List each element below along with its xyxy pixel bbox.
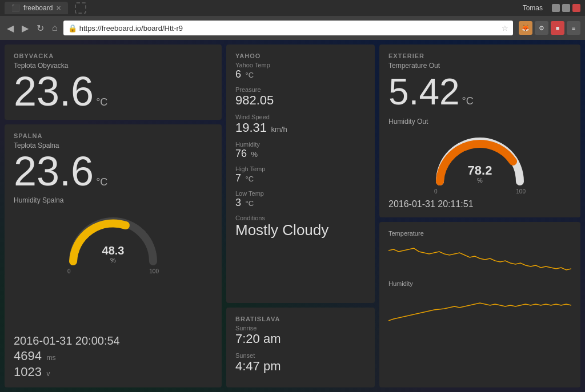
humidity-chart-section: Humidity [388,280,571,326]
yahoo-humidity-label: Humidity [235,141,366,148]
exterier-gauge-labels: 0 100 [434,188,526,195]
url-text: https://freeboard.io/board/Htt-r9 [79,24,183,33]
humidity-chart [388,289,571,324]
bratislava-sunset-row: Sunset 4:47 pm [235,352,366,374]
svg-text:48.3: 48.3 [102,244,125,257]
spalna-bottom-values: 2016-01-31 20:00:54 4694 ms 1023 v [14,334,213,379]
yahoo-temp-unit: °C [245,71,254,79]
spalna-gauge-labels: 0 100 [67,268,159,274]
exterier-unit: °C [462,95,474,107]
browser-titlebar: ⬛ freeboard ✕ Tomas [0,0,585,16]
bratislava-sunset-label: Sunset [235,352,366,359]
yahoo-temp-label: Yahoo Temp [235,62,366,68]
yahoo-low-temp-row: Low Temp 3 °C [235,190,366,209]
exterier-datetime: 2016-01-31 20:11:51 [388,199,571,209]
yahoo-wind-label: Wind Speed [235,114,366,120]
yahoo-conditions-value: Mostly Cloudy [235,221,366,239]
exterier-gauge: 78.2 % [428,130,531,187]
address-bar[interactable]: 🔒 https://freeboard.io/board/Htt-r9 ☆ [63,21,513,35]
panel-yahoo: YAHOO Yahoo Temp 6 °C Preasure 982.05 Wi… [226,45,375,303]
tab-close-btn[interactable]: ✕ [56,5,61,12]
spalna-voltage: 1023 v [14,365,213,379]
forward-btn[interactable]: ▶ [19,22,31,35]
yahoo-pressure-value: 982.05 [235,93,274,107]
yahoo-title: YAHOO [235,52,366,59]
panel-exterier: EXTERIER Temperature Out 5.42 °C Humidit… [379,45,580,217]
back-btn[interactable]: ◀ [5,22,16,35]
ext-gauge-min: 0 [434,188,438,195]
ext-gauge-max: 100 [516,188,526,195]
yahoo-temp-value: 6 [235,68,241,80]
browser-extension-icons: 🦊 ⚙ ■ ≡ [519,21,580,35]
spalna-gauge-container: 48.3 % 0 100 [14,210,213,274]
window-controls [552,4,580,12]
temperature-chart [388,239,571,273]
yahoo-conditions-label: Conditions [235,215,366,221]
gauge-min-label: 0 [67,268,71,274]
yahoo-humidity-row: Humidity 76 % [235,141,366,160]
obyvacka-unit: °C [96,96,107,108]
bratislava-sunset-value: 4:47 pm [235,359,281,373]
bratislava-sunrise-row: Sunrise 7:20 am [235,325,366,346]
spalna-unit: °C [96,176,107,188]
ext-icon-1[interactable]: ⚙ [535,21,548,35]
yahoo-wind-value: 19.31 [235,120,267,135]
yahoo-temp-row: Yahoo Temp 6 °C [235,62,366,80]
temperature-chart-label: Temperature [388,230,571,237]
exterier-value: 5.42 [388,71,460,113]
yahoo-low-temp-value: 3 [235,197,241,208]
obyvacka-value: 23.6 [14,71,94,112]
yahoo-wind-unit: km/h [271,125,287,134]
browser-toolbar: ◀ ▶ ↻ ⌂ 🔒 https://freeboard.io/board/Htt… [0,16,585,40]
bookmark-icon[interactable]: ☆ [502,24,508,33]
home-btn[interactable]: ⌂ [50,22,60,34]
spalna-title: SPALNA [14,132,213,139]
svg-text:%: % [110,257,116,264]
bratislava-title: BRATISLAVA [235,316,366,322]
exterier-title: EXTERIER [388,52,571,59]
temperature-chart-section: Temperature [388,230,571,276]
spalna-gauge: 48.3 % [62,210,165,267]
panel-bratislava: BRATISLAVA Sunrise 7:20 am Sunset 4:47 p… [226,308,375,387]
panel-obyvacka: OBYVACKA Teplota Obyvacka 23.6 °C [5,45,222,120]
gauge-max-label: 100 [149,268,159,274]
yahoo-humidity-unit: % [251,150,258,159]
yahoo-high-temp-unit: °C [245,175,254,183]
middle-column: YAHOO Yahoo Temp 6 °C Preasure 982.05 Wi… [226,45,375,387]
firefox-icon[interactable]: 🦊 [519,21,532,35]
exterier-gauge-container: 78.2 % 0 100 [388,130,571,195]
yahoo-low-temp-unit: °C [245,199,254,208]
refresh-btn[interactable]: ↻ [34,22,46,35]
exterier-humidity-label: Humidity Out [388,118,571,126]
yahoo-high-temp-row: High Temp 7 °C [235,165,366,184]
spalna-datetime: 2016-01-31 20:00:54 [14,334,213,347]
yahoo-high-temp-value: 7 [235,172,241,184]
humidity-chart-label: Humidity [388,280,571,287]
browser-tab[interactable]: ⬛ freeboard ✕ [5,2,68,14]
menu-icon[interactable]: ≡ [567,21,580,35]
humidity-spalna-label: Humidity Spalna [14,196,213,204]
bratislava-sunrise-value: 7:20 am [235,332,281,346]
left-column: OBYVACKA Teplota Obyvacka 23.6 °C SPALNA… [5,45,222,387]
obyvacka-title: OBYVACKA [14,52,213,59]
svg-text:78.2: 78.2 [468,163,492,177]
yahoo-pressure-row: Preasure 982.05 [235,86,366,108]
yahoo-low-temp-label: Low Temp [235,190,366,197]
exterier-label: Temperature Out [388,62,571,70]
tab-title: freeboard [23,4,53,12]
bratislava-sunrise-label: Sunrise [235,325,366,332]
ext-icon-2[interactable]: ■ [551,21,564,35]
dashboard: OBYVACKA Teplota Obyvacka 23.6 °C SPALNA… [0,40,585,392]
spalna-uptime: 4694 ms [14,349,213,363]
yahoo-high-temp-label: High Temp [235,165,366,172]
yahoo-conditions-row: Conditions Mostly Cloudy [235,215,366,239]
yahoo-humidity-value: 76 [235,148,247,159]
svg-text:%: % [477,177,483,184]
yahoo-pressure-label: Preasure [235,86,366,93]
panel-charts: Temperature Humidity [379,222,580,387]
browser-chrome: ⬛ freeboard ✕ Tomas ◀ ▶ ↻ ⌂ 🔒 https://fr… [0,0,585,40]
lock-icon: 🔒 [68,24,77,33]
panel-spalna: SPALNA Teplota Spalna 23.6 °C Humidity S… [5,124,222,387]
yahoo-wind-row: Wind Speed 19.31 km/h [235,114,366,135]
spalna-value: 23.6 [14,151,94,192]
